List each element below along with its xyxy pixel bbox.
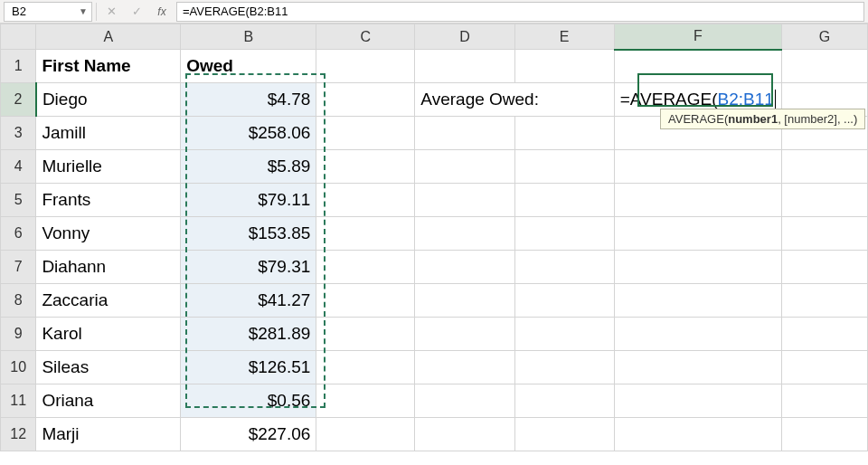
- cell-F4[interactable]: [614, 150, 781, 184]
- cell-A5[interactable]: Frants: [36, 184, 181, 217]
- cell-B9[interactable]: $281.89: [181, 318, 316, 351]
- cell-C7[interactable]: [316, 251, 415, 284]
- cell-D6[interactable]: [415, 217, 514, 251]
- cell-C8[interactable]: [316, 284, 415, 318]
- cell-B2[interactable]: $4.78: [181, 83, 316, 117]
- cell-B12[interactable]: $227.06: [181, 418, 316, 451]
- cell-C3[interactable]: [316, 117, 415, 150]
- cell-G11[interactable]: [781, 384, 867, 418]
- cell-B8[interactable]: $41.27: [181, 284, 316, 318]
- col-header-C[interactable]: C: [316, 24, 415, 50]
- cell-D10[interactable]: [415, 351, 514, 384]
- function-tooltip[interactable]: AVERAGE(number1, [number2], ...): [660, 109, 865, 129]
- row-header-9[interactable]: 9: [1, 318, 36, 351]
- cell-D8[interactable]: [415, 284, 514, 318]
- cell-C6[interactable]: [316, 217, 415, 251]
- cell-D4[interactable]: [415, 150, 514, 184]
- cell-A8[interactable]: Zaccaria: [36, 284, 181, 318]
- cell-D5[interactable]: [415, 184, 514, 217]
- cell-C2[interactable]: [316, 83, 415, 117]
- col-header-D[interactable]: D: [415, 24, 514, 50]
- cell-E9[interactable]: [514, 318, 614, 351]
- cell-E11[interactable]: [514, 384, 614, 418]
- cell-G12[interactable]: [781, 418, 867, 451]
- cell-F12[interactable]: [614, 418, 781, 451]
- cell-F8[interactable]: [614, 284, 781, 318]
- cell-A6[interactable]: Vonny: [36, 217, 181, 251]
- cell-C4[interactable]: [316, 150, 415, 184]
- row-header-2[interactable]: 2: [1, 83, 36, 117]
- row-header-4[interactable]: 4: [1, 150, 36, 184]
- cell-C12[interactable]: [316, 418, 415, 451]
- cell-B6[interactable]: $153.85: [181, 217, 316, 251]
- insert-function-button[interactable]: fx: [151, 5, 173, 18]
- formula-input[interactable]: =AVERAGE(B2:B11: [176, 2, 864, 22]
- cell-E7[interactable]: [514, 251, 614, 284]
- cell-B10[interactable]: $126.51: [181, 351, 316, 384]
- cell-F11[interactable]: [614, 384, 781, 418]
- cell-B4[interactable]: $5.89: [181, 150, 316, 184]
- cell-G8[interactable]: [781, 284, 867, 318]
- name-box[interactable]: B2 ▼: [4, 2, 92, 22]
- col-header-A[interactable]: A: [36, 24, 181, 50]
- cell-F9[interactable]: [614, 318, 781, 351]
- row-header-11[interactable]: 11: [1, 384, 36, 418]
- cancel-button[interactable]: ✕: [100, 2, 122, 22]
- cell-D9[interactable]: [415, 318, 514, 351]
- cell-D7[interactable]: [415, 251, 514, 284]
- cell-G7[interactable]: [781, 251, 867, 284]
- row-header-5[interactable]: 5: [1, 184, 36, 217]
- cell-A12[interactable]: Marji: [36, 418, 181, 451]
- cell-F1[interactable]: [614, 50, 781, 83]
- col-header-B[interactable]: B: [181, 24, 316, 50]
- cell-E4[interactable]: [514, 150, 614, 184]
- cell-A11[interactable]: Oriana: [36, 384, 181, 418]
- cell-A2[interactable]: Diego: [36, 83, 181, 117]
- cell-G4[interactable]: [781, 150, 867, 184]
- row-header-3[interactable]: 3: [1, 117, 36, 150]
- row-header-10[interactable]: 10: [1, 351, 36, 384]
- col-header-E[interactable]: E: [514, 24, 614, 50]
- cell-F10[interactable]: [614, 351, 781, 384]
- cell-E1[interactable]: [514, 50, 614, 83]
- cell-D12[interactable]: [415, 418, 514, 451]
- cell-D11[interactable]: [415, 384, 514, 418]
- select-all-corner[interactable]: [1, 24, 36, 50]
- row-header-8[interactable]: 8: [1, 284, 36, 318]
- cell-G1[interactable]: [781, 50, 867, 83]
- col-header-F[interactable]: F: [614, 24, 781, 50]
- cell-E12[interactable]: [514, 418, 614, 451]
- cell-B5[interactable]: $79.11: [181, 184, 316, 217]
- cell-A7[interactable]: Diahann: [36, 251, 181, 284]
- cell-E10[interactable]: [514, 351, 614, 384]
- col-header-G[interactable]: G: [781, 24, 867, 50]
- cell-C9[interactable]: [316, 318, 415, 351]
- row-header-7[interactable]: 7: [1, 251, 36, 284]
- cell-C11[interactable]: [316, 384, 415, 418]
- cell-D1[interactable]: [415, 50, 514, 83]
- cell-D2[interactable]: Average Owed:: [415, 83, 614, 117]
- cell-G10[interactable]: [781, 351, 867, 384]
- cell-E8[interactable]: [514, 284, 614, 318]
- cell-C5[interactable]: [316, 184, 415, 217]
- cell-G5[interactable]: [781, 184, 867, 217]
- cell-G9[interactable]: [781, 318, 867, 351]
- cell-E3[interactable]: [514, 117, 614, 150]
- cell-E5[interactable]: [514, 184, 614, 217]
- cell-A3[interactable]: Jamill: [36, 117, 181, 150]
- name-box-dropdown-icon[interactable]: ▼: [79, 6, 88, 16]
- cell-A4[interactable]: Murielle: [36, 150, 181, 184]
- row-header-6[interactable]: 6: [1, 217, 36, 251]
- cell-B11[interactable]: $0.56: [181, 384, 316, 418]
- cell-A9[interactable]: Karol: [36, 318, 181, 351]
- cell-B3[interactable]: $258.06: [181, 117, 316, 150]
- cell-A1[interactable]: First Name: [36, 50, 181, 83]
- cell-B1[interactable]: Owed: [181, 50, 316, 83]
- cell-E6[interactable]: [514, 217, 614, 251]
- cell-C1[interactable]: [316, 50, 415, 83]
- cell-G6[interactable]: [781, 217, 867, 251]
- cell-F7[interactable]: [614, 251, 781, 284]
- enter-button[interactable]: ✓: [126, 2, 147, 22]
- row-header-1[interactable]: 1: [1, 50, 36, 83]
- cell-A10[interactable]: Sileas: [36, 351, 181, 384]
